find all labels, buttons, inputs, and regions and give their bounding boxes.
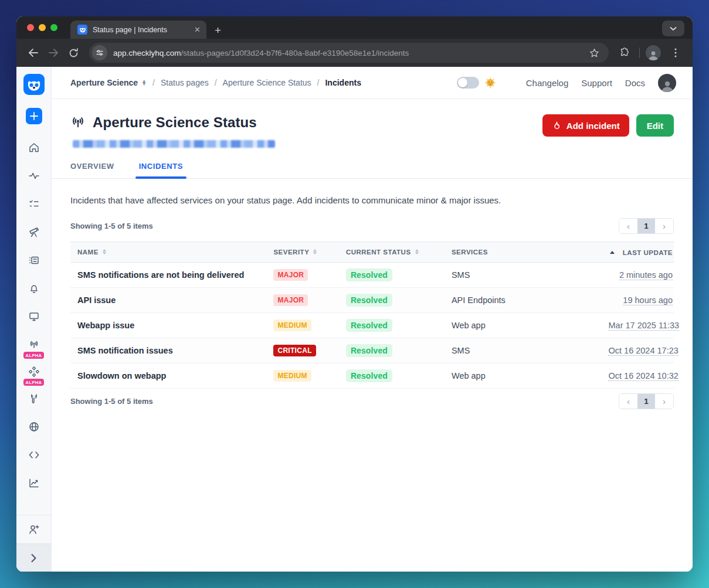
incident-row[interactable]: Slowdown on webapp MEDIUM Resolved Web a… [70,363,674,388]
incident-name[interactable]: SMS notifications are not being delivere… [70,262,266,287]
close-window-button[interactable] [27,24,34,31]
tab-close-icon[interactable]: ✕ [194,26,201,33]
account-switcher[interactable]: Aperture Science ▲▼ [70,78,147,87]
incident-services: SMS [445,338,602,363]
docs-link[interactable]: Docs [625,78,645,88]
sidebar-item-telescope[interactable] [28,226,40,238]
incident-last-update-link[interactable]: Mar 17 2025 11:33 [608,321,679,331]
breadcrumb-separator: / [152,78,155,87]
status-badge: Resolved [346,294,392,307]
add-incident-label: Add incident [566,121,620,131]
status-page-url-redacted[interactable] [73,140,275,148]
next-page-icon[interactable]: › [655,394,673,409]
prev-page-icon[interactable]: ‹ [619,394,637,409]
sidebar-item-home[interactable] [28,142,40,154]
list-meta-top: Showing 1-5 of 5 items ‹ 1 › [52,205,693,234]
incident-row[interactable]: SMS notifications are not being delivere… [70,262,674,287]
forward-icon[interactable] [45,44,62,62]
sidebar-item-logs[interactable] [28,254,40,266]
user-avatar[interactable] [658,74,676,92]
incident-row[interactable]: SMS notification issues CRITICAL Resolve… [70,338,674,363]
column-header-name[interactable]: NAME [70,242,266,263]
current-page[interactable]: 1 [637,394,655,409]
minimize-window-button[interactable] [39,24,46,31]
sidebar-item-private-locations[interactable] [28,421,40,433]
browser-tab[interactable]: Status page | Incidents ✕ [70,21,206,39]
theme-toggle-group [457,77,496,89]
incident-status-cell: Resolved [339,312,445,338]
changelog-link[interactable]: Changelog [526,78,569,88]
incident-last-update-link[interactable]: 19 hours ago [623,295,673,305]
incident-last-update-link[interactable]: 2 minutes ago [619,270,673,280]
create-new-button[interactable] [26,108,42,124]
sort-icon [313,249,317,254]
browser-window: Status page | Incidents ✕ + app.checklyh… [16,16,693,572]
sidebar-item-activity[interactable] [28,170,40,182]
incident-last-update-link[interactable]: Oct 16 2024 10:32 [608,371,678,381]
column-header-current-status[interactable]: CURRENT STATUS [339,242,445,263]
incident-name[interactable]: API issue [70,287,266,312]
theme-toggle[interactable] [457,77,479,89]
incident-status-cell: Resolved [339,363,445,388]
tab-search-chevron-button[interactable] [662,21,684,36]
back-icon[interactable] [25,44,42,62]
status-badge: Resolved [346,268,392,281]
browser-titlebar: Status page | Incidents ✕ + [16,16,693,39]
sidebar-item-dashboards[interactable] [28,311,40,322]
incident-last-update-cell: 19 hours ago [601,287,674,312]
browser-urlbar: app.checklyhq.com/status-pages/1d0f3d24-… [16,39,693,67]
sidebar-item-alerts[interactable] [28,283,40,294]
page-title: Aperture Science Status [93,114,257,131]
invite-user-icon[interactable] [28,524,40,535]
edit-button[interactable]: Edit [636,114,674,137]
sidebar-item-integrations[interactable]: ALPHA [23,366,45,386]
incident-last-update-link[interactable]: Oct 16 2024 17:23 [608,346,678,356]
checkly-logo[interactable] [23,74,45,95]
account-switcher-caret-icon: ▲▼ [141,80,147,86]
reload-icon[interactable] [65,44,82,62]
kebab-menu-icon[interactable] [667,44,684,62]
column-header-services[interactable]: SERVICES [445,242,602,263]
support-link[interactable]: Support [581,78,612,88]
edit-label: Edit [647,121,663,131]
incident-name[interactable]: Webapp issue [70,312,266,338]
incident-row[interactable]: Webapp issue MEDIUM Resolved Web app Mar… [70,312,674,338]
sidebar-item-maintenance[interactable] [28,393,40,405]
sidebar-item-cli[interactable] [28,449,40,461]
incidents-table: NAME SEVERITY CURRENT STATUS SERVICES LA… [70,242,674,389]
showing-count: Showing 1-5 of 5 items [70,222,153,230]
new-tab-button[interactable]: + [215,25,221,36]
bookmark-star-icon[interactable] [585,44,603,62]
zoom-window-button[interactable] [50,24,57,31]
table-header-row: NAME SEVERITY CURRENT STATUS SERVICES LA… [70,242,674,263]
column-header-severity[interactable]: SEVERITY [266,242,338,263]
incident-row[interactable]: API issue MAJOR Resolved API Endpoints 1… [70,287,674,312]
showing-count: Showing 1-5 of 5 items [70,397,153,406]
tab-incidents[interactable]: INCIDENTS [139,162,183,178]
sidebar-item-status-pages[interactable]: ALPHA [23,339,45,359]
current-page[interactable]: 1 [637,219,655,233]
site-settings-icon[interactable] [92,45,107,60]
extensions-puzzle-icon[interactable] [616,44,633,62]
next-page-icon[interactable]: › [655,219,673,233]
url-path: /status-pages/1d0f3d24-b7f6-480a-8abf-e3… [181,49,409,57]
chrome-separator [639,47,640,58]
prev-page-icon[interactable]: ‹ [619,219,637,233]
breadcrumb-status-page-name[interactable]: Aperture Science Status [223,78,311,87]
app-header: Aperture Science ▲▼ / Status pages / Ape… [52,67,693,99]
address-bar[interactable]: app.checklyhq.com/status-pages/1d0f3d24-… [89,43,609,63]
incident-services: Web app [445,363,602,388]
incident-name[interactable]: Slowdown on webapp [70,363,266,388]
sidebar-item-insights[interactable] [28,477,40,489]
sort-asc-icon [610,251,615,254]
alpha-badge: ALPHA [23,352,45,359]
column-header-last-update[interactable]: LAST UPDATE [601,242,674,263]
incident-severity-cell: MEDIUM [266,363,338,388]
add-incident-button[interactable]: Add incident [542,114,629,137]
tab-overview[interactable]: OVERVIEW [70,162,114,178]
breadcrumb-status-pages[interactable]: Status pages [161,78,209,87]
sidebar-item-checks[interactable] [28,198,40,210]
incident-name[interactable]: SMS notification issues [70,338,266,363]
expand-sidebar-icon[interactable] [30,553,37,563]
browser-profile-avatar[interactable] [646,45,661,60]
